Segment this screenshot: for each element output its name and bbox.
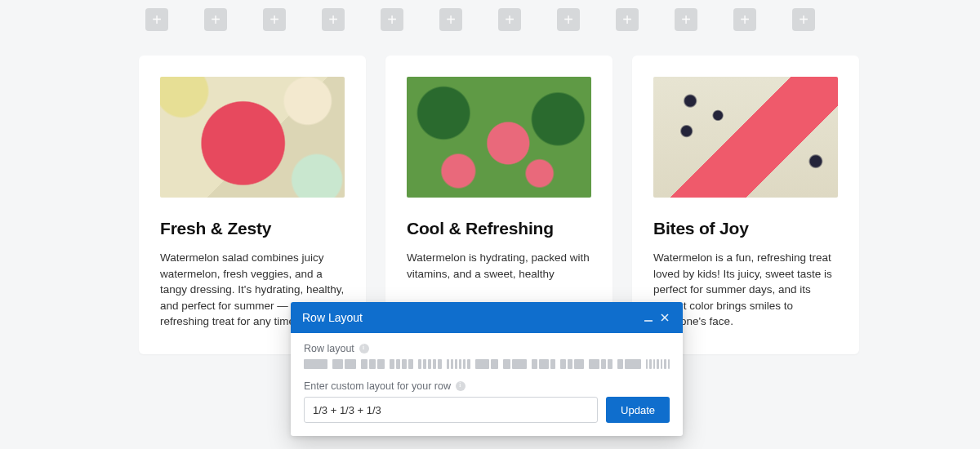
add-block-placeholder[interactable]: + bbox=[733, 8, 756, 31]
card-title: Cool & Refreshing bbox=[407, 219, 591, 238]
card-title: Fresh & Zesty bbox=[160, 219, 345, 238]
custom-layout-label: Enter custom layout for your row bbox=[304, 380, 670, 392]
info-icon[interactable] bbox=[456, 381, 466, 391]
dialog-header[interactable]: Row Layout bbox=[291, 302, 683, 333]
layout-option[interactable] bbox=[304, 359, 327, 369]
add-block-placeholder[interactable]: + bbox=[381, 8, 403, 31]
layout-option[interactable] bbox=[617, 359, 641, 369]
add-block-placeholder[interactable]: + bbox=[145, 8, 168, 31]
info-icon[interactable] bbox=[359, 344, 369, 353]
layout-option[interactable] bbox=[532, 359, 555, 369]
add-block-placeholder[interactable]: + bbox=[792, 8, 815, 31]
add-block-placeholder[interactable]: + bbox=[204, 8, 227, 31]
close-icon[interactable] bbox=[657, 309, 673, 326]
update-button[interactable]: Update bbox=[606, 397, 670, 423]
card-image bbox=[160, 77, 345, 198]
add-block-placeholder[interactable]: + bbox=[616, 8, 639, 31]
layout-option[interactable] bbox=[332, 359, 356, 369]
add-block-placeholder[interactable]: + bbox=[263, 8, 286, 31]
row-layout-label: Row layout bbox=[304, 343, 670, 354]
add-block-placeholder[interactable]: + bbox=[557, 8, 580, 31]
layout-option[interactable] bbox=[560, 359, 584, 369]
layout-option[interactable] bbox=[390, 359, 413, 369]
card-body: Watermelon is hydrating, packed with vit… bbox=[407, 250, 591, 282]
layout-option[interactable] bbox=[503, 359, 527, 369]
card-title: Bites of Joy bbox=[653, 219, 838, 238]
layout-option[interactable] bbox=[361, 359, 385, 369]
layout-option[interactable] bbox=[589, 359, 612, 369]
card-image bbox=[653, 77, 838, 198]
layout-option[interactable] bbox=[418, 359, 442, 369]
layout-option[interactable] bbox=[447, 359, 470, 369]
add-block-placeholder[interactable]: + bbox=[498, 8, 521, 31]
layout-option[interactable] bbox=[475, 359, 499, 369]
minimize-icon[interactable] bbox=[640, 309, 657, 326]
row-layout-dialog: Row Layout Row layout Enter custom layou… bbox=[291, 302, 683, 436]
add-block-placeholder[interactable]: + bbox=[322, 8, 345, 31]
add-block-placeholder[interactable]: + bbox=[439, 8, 462, 31]
card-image bbox=[407, 77, 591, 198]
add-block-placeholder[interactable]: + bbox=[675, 8, 697, 31]
dialog-title: Row Layout bbox=[302, 311, 363, 324]
custom-layout-input[interactable] bbox=[304, 397, 598, 423]
layout-option[interactable] bbox=[646, 359, 670, 369]
